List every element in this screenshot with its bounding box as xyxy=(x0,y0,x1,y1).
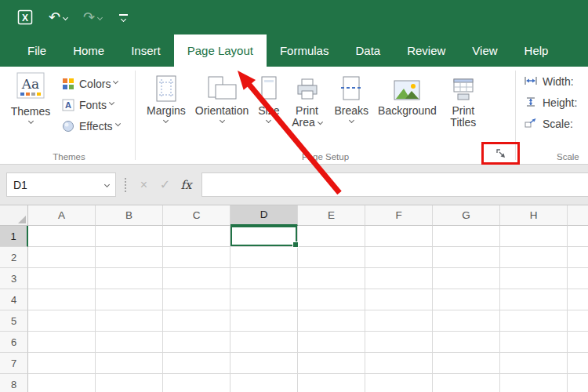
cell-A2[interactable] xyxy=(28,247,96,268)
cell-G6[interactable] xyxy=(433,332,500,353)
tab-formulas[interactable]: Formulas xyxy=(267,34,343,67)
cell-G5[interactable] xyxy=(433,310,500,332)
row-header-7[interactable]: 7 xyxy=(0,353,28,374)
margins-button[interactable]: Margins xyxy=(142,71,191,125)
cell-E7[interactable] xyxy=(298,353,365,374)
insert-function-button[interactable]: fx xyxy=(176,178,197,192)
cell-G1[interactable] xyxy=(433,226,500,247)
cell-F5[interactable] xyxy=(365,310,433,332)
effects-button[interactable]: Effects xyxy=(58,115,123,136)
cell-C7[interactable] xyxy=(163,353,230,374)
cell-H3[interactable] xyxy=(500,268,568,289)
cell-C2[interactable] xyxy=(163,247,230,268)
tab-review[interactable]: Review xyxy=(394,34,459,67)
cell-E8[interactable] xyxy=(298,374,365,392)
undo-dropdown-icon[interactable] xyxy=(63,14,68,20)
row-header-3[interactable]: 3 xyxy=(0,268,28,289)
cell-D4[interactable] xyxy=(230,289,298,310)
cell-C4[interactable] xyxy=(163,289,230,310)
cell-D6[interactable] xyxy=(230,332,298,353)
cell-A4[interactable] xyxy=(28,289,96,310)
cell-F7[interactable] xyxy=(365,353,433,374)
redo-dropdown-icon[interactable] xyxy=(97,14,103,20)
cell-F1[interactable] xyxy=(365,226,433,247)
enter-button[interactable]: ✓ xyxy=(154,177,176,192)
cell-H5[interactable] xyxy=(500,310,568,332)
cell-D2[interactable] xyxy=(230,247,298,268)
cell-C1[interactable] xyxy=(163,226,230,247)
row-header-2[interactable]: 2 xyxy=(0,247,28,268)
background-button[interactable]: Background xyxy=(373,71,441,117)
cell-B2[interactable] xyxy=(96,247,163,268)
scale-height-row[interactable]: Height: xyxy=(524,94,588,111)
cell-H2[interactable] xyxy=(500,247,568,268)
cell-E5[interactable] xyxy=(298,310,365,332)
redo-button[interactable]: ↷ xyxy=(83,10,102,24)
column-header-E[interactable]: E xyxy=(298,205,365,226)
cell-A5[interactable] xyxy=(28,310,96,332)
cell-C5[interactable] xyxy=(163,310,230,332)
cell-E4[interactable] xyxy=(298,289,365,310)
tab-data[interactable]: Data xyxy=(342,34,394,67)
column-header-B[interactable]: B xyxy=(96,205,163,226)
cell-F8[interactable] xyxy=(365,374,433,392)
column-header-G[interactable]: G xyxy=(433,205,500,226)
cell-B3[interactable] xyxy=(96,268,163,289)
cell-H8[interactable] xyxy=(500,374,568,392)
cell-A3[interactable] xyxy=(28,268,96,289)
cell-B7[interactable] xyxy=(96,353,163,374)
cell-C3[interactable] xyxy=(163,268,230,289)
name-box[interactable]: D1 xyxy=(6,172,116,197)
cell-H7[interactable] xyxy=(500,353,568,374)
column-header-A[interactable]: A xyxy=(28,205,96,226)
cell-G7[interactable] xyxy=(433,353,500,374)
tab-help[interactable]: Help xyxy=(511,34,562,67)
column-header-D[interactable]: D xyxy=(230,205,298,226)
breaks-button[interactable]: Breaks xyxy=(330,71,374,125)
tab-home[interactable]: Home xyxy=(60,34,118,67)
cell-D1[interactable] xyxy=(230,226,298,247)
column-header-C[interactable]: C xyxy=(163,205,230,226)
column-header-H[interactable]: H xyxy=(500,205,568,226)
tab-view[interactable]: View xyxy=(459,34,510,67)
cell-G4[interactable] xyxy=(433,289,500,310)
size-button[interactable]: Size xyxy=(253,71,284,125)
cell-H6[interactable] xyxy=(500,332,568,353)
scale-scale-row[interactable]: Scale: xyxy=(524,115,588,132)
cell-A6[interactable] xyxy=(28,332,96,353)
row-header-6[interactable]: 6 xyxy=(0,332,28,353)
cell-F2[interactable] xyxy=(365,247,433,268)
cell-D8[interactable] xyxy=(230,374,298,392)
cell-A1[interactable] xyxy=(28,226,96,247)
row-header-5[interactable]: 5 xyxy=(0,310,28,332)
cell-F4[interactable] xyxy=(365,289,433,310)
cell-B4[interactable] xyxy=(96,289,163,310)
undo-button[interactable]: ↶ xyxy=(49,10,67,24)
cell-C8[interactable] xyxy=(163,374,230,392)
cell-E1[interactable] xyxy=(298,226,365,247)
cell-A8[interactable] xyxy=(28,374,96,392)
cell-D3[interactable] xyxy=(230,268,298,289)
cell-B8[interactable] xyxy=(96,374,163,392)
cell-A7[interactable] xyxy=(28,353,96,374)
tab-insert[interactable]: Insert xyxy=(118,34,174,67)
print-titles-button[interactable]: Print Titles xyxy=(441,71,485,129)
themes-button[interactable]: Aa Themes xyxy=(6,71,55,136)
cell-D7[interactable] xyxy=(230,353,298,374)
fonts-button[interactable]: A Fonts xyxy=(58,94,123,115)
cell-H4[interactable] xyxy=(500,289,568,310)
cell-G3[interactable] xyxy=(433,268,500,289)
cell-F3[interactable] xyxy=(365,268,433,289)
tab-file[interactable]: File xyxy=(14,34,60,67)
colors-button[interactable]: Colors xyxy=(58,73,123,94)
cell-G8[interactable] xyxy=(433,374,500,392)
cell-G2[interactable] xyxy=(433,247,500,268)
cell-B6[interactable] xyxy=(96,332,163,353)
customize-quick-access-toolbar-button[interactable] xyxy=(119,14,128,21)
cancel-button[interactable]: × xyxy=(133,178,154,192)
cell-B1[interactable] xyxy=(96,226,163,247)
cell-C6[interactable] xyxy=(163,332,230,353)
print-area-button[interactable]: Print Area xyxy=(285,71,330,129)
cell-E3[interactable] xyxy=(298,268,365,289)
formula-bar-resize-handle[interactable] xyxy=(125,178,126,192)
